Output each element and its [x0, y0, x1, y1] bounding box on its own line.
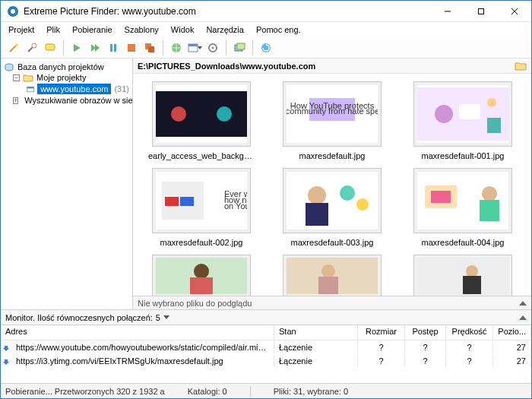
tree-websearch-label: Wyszukiwanie obrazów w sieci — [24, 96, 133, 105]
col-state[interactable]: Stan — [274, 325, 358, 340]
tool-props-icon[interactable] — [24, 40, 40, 56]
tool-pause-icon[interactable] — [105, 40, 122, 56]
thumb-item[interactable] — [274, 255, 390, 296]
titlebar: Extreme Picture Finder: www.youtube.com — [1, 1, 531, 22]
svg-rect-55 — [431, 191, 451, 203]
tool-stopall-icon[interactable] — [141, 40, 158, 56]
tree-selected-label: www.youtube.com — [37, 84, 111, 94]
svg-marker-67 — [519, 301, 527, 306]
svg-point-22 — [212, 46, 214, 49]
row-address: https://i3.ytimg.com/vi/EEIxTRMSgUk/maxr… — [11, 355, 274, 367]
sidebar: Baza danych projektów − Moje projekty ww… — [1, 59, 133, 309]
tool-gear-icon[interactable] — [204, 40, 221, 56]
tree-root[interactable]: Baza danych projektów — [2, 62, 131, 72]
tree-selected-count: (31) — [114, 84, 129, 93]
thumb-item[interactable]: Ever wonderhow news workson YouTube?maxr… — [144, 168, 259, 247]
tool-update-icon[interactable] — [258, 40, 274, 56]
col-speed[interactable]: Prędkość — [446, 325, 493, 340]
svg-point-1 — [11, 9, 15, 14]
tool-playall-icon[interactable] — [87, 40, 103, 56]
thumb-item[interactable]: maxresdefault-003.jpg — [274, 168, 390, 247]
col-address[interactable]: Adres — [1, 325, 274, 340]
chevron-down-icon[interactable] — [163, 315, 169, 319]
row-progress: ? — [405, 341, 446, 353]
monitor-columns: Adres Stan Rozmiar Postęp Prędkość Pozio… — [1, 325, 531, 340]
menu-szablony[interactable]: Szablony — [122, 25, 162, 34]
thumb-item[interactable]: early_access_web_background_expanded_... — [144, 81, 259, 160]
col-size[interactable]: Rozmiar — [358, 325, 405, 340]
preview-empty-text: Nie wybrano pliku do podglądu — [138, 299, 252, 308]
tool-calendar-icon[interactable] — [186, 40, 203, 56]
svg-rect-3 — [479, 8, 484, 14]
project-icon — [27, 85, 34, 93]
col-progress[interactable]: Postęp — [405, 325, 446, 340]
col-level[interactable]: Pozio... — [493, 325, 531, 340]
svg-rect-43 — [165, 197, 179, 206]
menu-pomoc[interactable]: Pomoc eng. — [253, 25, 304, 34]
tool-wand-icon[interactable] — [5, 40, 22, 56]
svg-rect-28 — [27, 87, 34, 88]
open-folder-icon[interactable] — [515, 62, 527, 71]
svg-point-56 — [482, 186, 497, 201]
svg-marker-71 — [3, 359, 9, 365]
breadcrumb: E:\PICTURES_Downloads\www.youtube.com — [133, 59, 531, 74]
app-icon — [7, 5, 19, 17]
tool-play-icon[interactable] — [68, 40, 85, 56]
monitor-table: Adres Stan Rozmiar Postęp Prędkość Pozio… — [1, 325, 531, 383]
status-download: Pobieranie... Przetworzonych 320 z 1932 … — [5, 387, 165, 396]
tree-selected-project[interactable]: www.youtube.com (31) — [2, 83, 131, 95]
svg-rect-63 — [318, 277, 338, 294]
tool-globe-icon[interactable] — [168, 40, 185, 56]
status-files: Pliki: 31, wybrane: 0 — [274, 387, 348, 396]
chevron-up-icon[interactable] — [519, 315, 527, 320]
svg-marker-20 — [198, 46, 202, 49]
menu-pobieranie[interactable]: Pobieranie — [69, 25, 116, 34]
window-title: Extreme Picture Finder: www.youtube.com — [24, 6, 431, 17]
collapse-icon[interactable]: − — [13, 74, 20, 81]
tree-websearch[interactable]: + Wyszukiwanie obrazów w sieci — [2, 95, 131, 106]
tool-chat-icon[interactable] — [42, 40, 59, 56]
table-row[interactable]: https://www.youtube.com/howyoutubeworks/… — [1, 340, 531, 354]
menu-widok[interactable]: Widok — [168, 25, 198, 34]
minimize-button[interactable] — [431, 1, 464, 22]
expand-icon[interactable]: + — [13, 97, 18, 104]
monitor-connections: 5 — [156, 313, 160, 322]
menu-projekt[interactable]: Projekt — [5, 25, 37, 34]
tool-images-icon[interactable] — [231, 40, 248, 56]
svg-marker-69 — [519, 315, 527, 320]
svg-marker-70 — [3, 346, 9, 351]
row-state: Łączenie — [274, 341, 358, 353]
close-button[interactable] — [498, 1, 531, 22]
thumb-item[interactable] — [144, 255, 259, 296]
row-speed: ? — [446, 341, 493, 353]
menu-narzedzia[interactable]: Narzędzia — [203, 25, 247, 34]
row-speed: ? — [446, 355, 493, 367]
table-row[interactable]: https://i3.ytimg.com/vi/EEIxTRMSgUk/maxr… — [1, 354, 531, 368]
chevron-up-icon[interactable] — [519, 301, 527, 306]
thumb-item[interactable] — [405, 255, 521, 296]
maximize-button[interactable] — [464, 1, 498, 22]
svg-point-49 — [308, 186, 326, 204]
thumb-item[interactable]: maxresdefault-004.jpg — [405, 168, 521, 247]
svg-point-7 — [32, 43, 36, 48]
svg-point-37 — [435, 105, 453, 123]
thumb-item[interactable]: maxresdefault-001.jpg — [405, 81, 521, 160]
svg-rect-16 — [148, 46, 154, 52]
svg-marker-9 — [74, 44, 81, 52]
svg-point-39 — [487, 98, 496, 107]
breadcrumb-path: E:\PICTURES_Downloads\www.youtube.com — [138, 62, 315, 71]
svg-text:on YouTube?: on YouTube? — [224, 201, 247, 211]
svg-point-65 — [466, 265, 478, 277]
svg-rect-29 — [156, 91, 247, 137]
tree-myprojects[interactable]: − Moje projekty — [2, 72, 131, 83]
tool-stop-icon[interactable] — [123, 40, 140, 56]
svg-rect-44 — [180, 197, 194, 206]
svg-rect-57 — [480, 200, 499, 221]
svg-marker-11 — [95, 44, 100, 52]
menu-plik[interactable]: Plik — [43, 25, 63, 34]
status-dirs: Katalogi: 0 — [188, 387, 227, 396]
thumbnail-grid[interactable]: early_access_web_background_expanded_...… — [133, 74, 531, 296]
folder-icon — [23, 74, 33, 82]
svg-point-30 — [171, 106, 186, 122]
thumb-item[interactable]: How YouTube protectsour community from h… — [274, 81, 390, 160]
